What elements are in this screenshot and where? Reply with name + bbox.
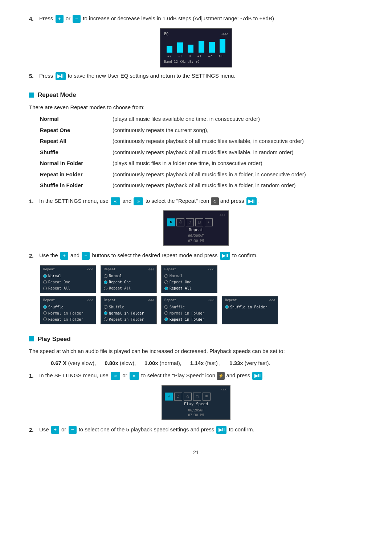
radio-shuffle-filled bbox=[43, 305, 47, 309]
repeat-screen-shuffle-folder: Repeat ◁◁◁ Shuffle in Folder bbox=[222, 296, 278, 324]
repeat-step-1-text2: to select the "Repeat" icon bbox=[146, 198, 211, 204]
settings-top-right: ◁◁◁ bbox=[219, 213, 225, 218]
speeds-line: 0.67 X (very slow), 0.80x (slow), 1.00x … bbox=[51, 359, 363, 368]
speed-2-label: (slow), bbox=[120, 360, 136, 366]
repeat-option-normal-folder: Normal in Folder bbox=[43, 310, 93, 316]
eq-bar-5 bbox=[209, 42, 215, 53]
play-speed-top-right: ◁◁◁ bbox=[221, 387, 227, 392]
repeat-step-1-and: and bbox=[122, 198, 133, 204]
speed-1-label: (very slow), bbox=[68, 360, 96, 366]
play-pause-button-3[interactable]: ▶II bbox=[220, 252, 230, 260]
repeat-option-repeat-all-2: Repeat All bbox=[104, 285, 154, 291]
minus-button-3[interactable]: − bbox=[69, 426, 77, 434]
repeat-screen-2-title: Repeat bbox=[104, 267, 116, 272]
mode-normal-folder-desc: (plays all music files in a folder one t… bbox=[113, 159, 262, 168]
eq-screen-container: EQ ◁◁◁ +2-10+1+2ALL Band:12 KHz dB: +6 bbox=[29, 28, 363, 67]
radio-normal-filled bbox=[43, 274, 47, 278]
repeat-step-2-and: and bbox=[70, 252, 81, 258]
mode-normal: Normal (plays all music files available … bbox=[40, 115, 374, 123]
radio-repeat-one-filled bbox=[104, 280, 107, 284]
mode-normal-desc: (plays all music files available one tim… bbox=[113, 115, 260, 123]
eq-screen: EQ ◁◁◁ +2-10+1+2ALL Band:12 KHz dB: +6 bbox=[160, 28, 232, 67]
plus-button[interactable]: + bbox=[56, 15, 64, 23]
repeat-mode-title: Repeat Mode bbox=[38, 90, 76, 100]
repeat-row-2: Repeat ◁◁◁ Shuffle Normal in Folder Repe… bbox=[40, 296, 363, 324]
ps-display-icon: □ bbox=[193, 393, 201, 401]
repeat-screen-repeat-all: Repeat ◁◁◁ Normal Repeat One Repeat All bbox=[161, 265, 217, 294]
plus-button-3[interactable]: + bbox=[51, 426, 59, 434]
repeat-screen-2-top-right: ◁◁◁ bbox=[148, 267, 154, 272]
mode-repeat-folder-desc: (continuously repeats playback of all mu… bbox=[113, 171, 306, 179]
repeat-option-repeat-folder-2: Repeat in Folder bbox=[104, 316, 154, 323]
play-speed-step-2-content: Use + or − to select one of the 5 playba… bbox=[39, 426, 363, 434]
settings-screen-icons: ↻ ♫ ○ □ ▸ bbox=[167, 218, 225, 226]
repeat-screen-5-title: Repeat bbox=[104, 298, 116, 303]
play-speed-screen-container: ◁◁◁ ⚡ ♫ ○ □ ≡ Play Speed 06/20SAT07:30 P… bbox=[29, 385, 363, 420]
nav-right-button-2[interactable]: » bbox=[130, 372, 139, 380]
repeat-screen-normal: Repeat ◁◁◁ Normal Repeat One Repeat All bbox=[40, 265, 96, 294]
ps-file-icon: ≡ bbox=[203, 393, 211, 401]
play-speeds-list: 0.67 X (very slow), 0.80x (slow), 1.00x … bbox=[51, 359, 363, 368]
mode-shuffle: Shuffle (continuously repeats playback o… bbox=[40, 148, 374, 157]
repeat-row-1: Repeat ◁◁◁ Normal Repeat One Repeat All … bbox=[40, 265, 363, 294]
repeat-screen-1-top-right: ◁◁◁ bbox=[87, 267, 93, 272]
step-5-text-after: to save the new User EQ settings and ret… bbox=[68, 73, 236, 79]
mode-repeat-one-name: Repeat One bbox=[40, 126, 113, 135]
play-pause-button-5[interactable]: ▶II bbox=[216, 426, 226, 434]
play-speed-step-2-text3: to confirm. bbox=[229, 426, 254, 432]
eq-bar-2 bbox=[177, 42, 183, 53]
radio-normal-empty-3 bbox=[164, 274, 168, 278]
mode-shuffle-folder-desc: (continuously repeats playback of all mu… bbox=[113, 181, 295, 190]
repeat-screen-shuffle: Repeat ◁◁◁ Shuffle Normal in Folder Repe… bbox=[40, 296, 96, 324]
nav-right-button[interactable]: » bbox=[134, 197, 143, 205]
repeat-option-shuffle-2: Shuffle bbox=[104, 304, 154, 310]
play-speed-title: Play Speed bbox=[38, 335, 71, 344]
mode-normal-name: Normal bbox=[40, 115, 113, 123]
eq-bars bbox=[164, 38, 228, 53]
repeat-screen-6-title: Repeat bbox=[164, 298, 176, 303]
minus-button[interactable]: − bbox=[73, 15, 81, 23]
mode-normal-folder-name: Normal in Folder bbox=[40, 159, 113, 168]
play-pause-button-4[interactable]: ▶II bbox=[252, 372, 262, 380]
nav-left-button[interactable]: « bbox=[111, 197, 120, 205]
sound-icon: ○ bbox=[186, 218, 194, 226]
minus-button-2[interactable]: − bbox=[82, 252, 90, 260]
step-5-text-before: Press bbox=[39, 73, 53, 79]
step-4-content: Press + or − to increase or decrease lev… bbox=[39, 15, 363, 23]
repeat-option-normal-folder-3: Normal in Folder bbox=[164, 310, 214, 316]
eq-bar-3 bbox=[188, 45, 193, 53]
play-pause-button[interactable]: ▶II bbox=[56, 72, 66, 80]
nav-left-button-2[interactable]: « bbox=[111, 372, 120, 380]
play-pause-button-2[interactable]: ▶II bbox=[246, 197, 257, 205]
step-4-or: or bbox=[66, 15, 70, 21]
repeat-screen-3-top-right: ◁◁◁ bbox=[208, 267, 214, 272]
eq-bottom-label: Band:12 KHz dB: +6 bbox=[164, 59, 228, 65]
eq-label: EQ bbox=[164, 31, 168, 37]
mode-shuffle-in-folder: Shuffle in Folder (continuously repeats … bbox=[40, 181, 374, 190]
repeat-option-repeat-all: Repeat All bbox=[43, 285, 93, 291]
repeat-option-repeat-one-selected: Repeat One bbox=[104, 279, 154, 285]
speed-1: 0.67 X bbox=[51, 360, 66, 366]
play-speed-screen-label: Play Speed bbox=[165, 401, 227, 407]
repeat-step-2-text3: to confirm. bbox=[232, 252, 258, 258]
plus-button-2[interactable]: + bbox=[60, 252, 68, 260]
repeat-option-normal-selected: Normal bbox=[43, 273, 93, 279]
radio-normal-empty-2 bbox=[104, 274, 107, 278]
repeat-option-shuffle-folder-selected: Shuffle in Folder bbox=[225, 304, 275, 310]
repeat-screen-1-title: Repeat bbox=[43, 267, 55, 272]
mode-repeat-all: Repeat All (continuously repeats playbac… bbox=[40, 137, 374, 145]
repeat-step-1-content: In the SETTINGS menu, use « and » to sel… bbox=[39, 197, 363, 206]
repeat-screen-repeat-folder: Repeat ◁◁◁ Shuffle Normal in Folder Repe… bbox=[161, 296, 217, 324]
play-speed-section-header: Play Speed bbox=[29, 335, 363, 344]
play-speed-step-1-text1: In the SETTINGS menu, use bbox=[39, 372, 110, 378]
step-4-text-after: to increase or decrease levels in 1.0dB … bbox=[83, 15, 274, 21]
speed-4: 1.14x bbox=[190, 360, 204, 366]
settings-screen: ◁◁◁ ↻ ♫ ○ □ ▸ Repeat 06/20SAT07:30 PM bbox=[163, 210, 229, 246]
mode-shuffle-folder-name: Shuffle in Folder bbox=[40, 181, 113, 190]
repeat-screen-7-title: Repeat bbox=[225, 298, 237, 303]
repeat-screen-normal-folder: Repeat ◁◁◁ Shuffle Normal in Folder Repe… bbox=[101, 296, 157, 324]
step-5-number: 5. bbox=[29, 72, 39, 81]
more-icon: ▸ bbox=[205, 218, 213, 226]
mode-repeat-folder-name: Repeat in Folder bbox=[40, 171, 113, 179]
radio-repeat-all-empty-2 bbox=[104, 287, 107, 290]
